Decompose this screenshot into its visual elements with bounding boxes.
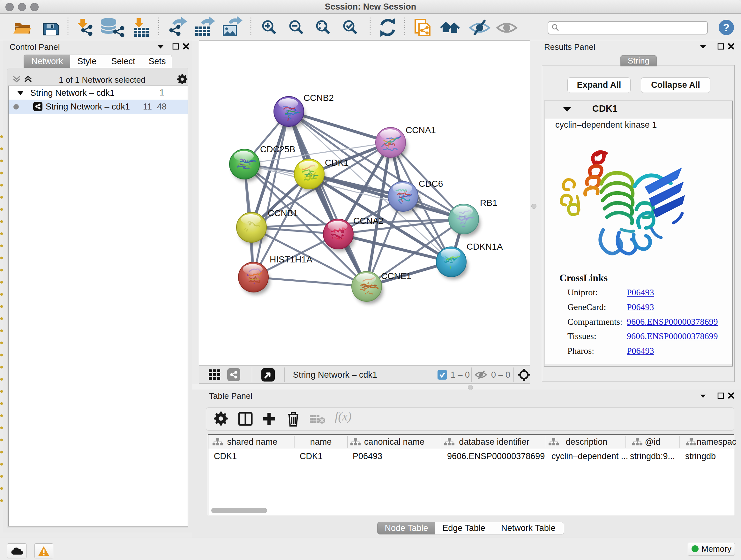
svg-text:CDC6: CDC6 <box>419 179 443 189</box>
svg-text:CCNE1: CCNE1 <box>381 271 411 281</box>
svg-text:CCNB2: CCNB2 <box>304 93 334 103</box>
svg-text:CDK1: CDK1 <box>325 158 349 168</box>
svg-text:CCNA1: CCNA1 <box>406 125 436 135</box>
svg-text:CDKN1A: CDKN1A <box>467 242 503 252</box>
svg-text:CCNB1: CCNB1 <box>268 208 298 218</box>
svg-text:CDC25B: CDC25B <box>260 144 295 154</box>
svg-text:RB1: RB1 <box>480 198 497 208</box>
svg-text:HIST1H1A: HIST1H1A <box>270 254 313 264</box>
svg-text:CCNA2: CCNA2 <box>353 216 384 226</box>
